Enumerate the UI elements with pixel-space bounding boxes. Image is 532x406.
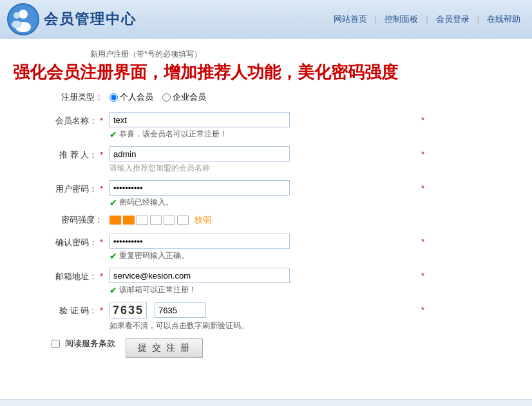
nav-links: 网站首页 | 控制面板 | 会员登录 | 在线帮助 (328, 11, 526, 28)
email-hint: ✔ 该邮箱可以正常注册！ (109, 284, 419, 295)
captcha-row: 验 证 码： 7635 如果看不清，可以点击数字刷新验证码。 * (52, 302, 519, 331)
username-hint: ✔ 恭喜，该会员名可以正常注册！ (109, 129, 419, 140)
referrer-row: 推 荐 人： 请输入推荐您加盟的会员名称 * (52, 146, 519, 174)
nav-help[interactable]: 在线帮助 (482, 11, 526, 28)
username-check-icon: ✔ (109, 129, 117, 140)
email-field: ✔ 该邮箱可以正常注册！ (109, 268, 419, 295)
radio-personal-input[interactable] (109, 93, 118, 102)
footer: Powered By KesionCMS V5.5 www.kesion.com… (0, 399, 532, 406)
referrer-field: 请输入推荐您加盟的会员名称 (109, 146, 419, 174)
referrer-star: * (421, 146, 424, 159)
agreement-label: 阅读服务条款 (65, 338, 115, 349)
logo-title: 会员管理中心 (44, 10, 137, 29)
username-input[interactable] (109, 112, 290, 127)
referrer-label: 推 荐 人： (52, 146, 103, 161)
logo-area: 会员管理中心 (0, 3, 137, 36)
captcha-label: 验 证 码： (52, 302, 103, 317)
strength-bar-2 (123, 216, 135, 225)
password-input[interactable] (109, 180, 290, 196)
reg-type-options: 个人会员 企业会员 (109, 91, 206, 103)
confirm-password-check-icon: ✔ (109, 251, 117, 261)
nav-home[interactable]: 网站首页 (328, 11, 372, 28)
confirm-password-field: ✔ 重复密码输入正确。 (109, 234, 419, 261)
username-star: * (421, 112, 424, 125)
username-field: ✔ 恭喜，该会员名可以正常注册！ (109, 112, 419, 140)
strength-bar-4 (150, 216, 162, 225)
email-check-icon: ✔ (109, 285, 117, 295)
password-star: * (421, 180, 424, 193)
confirm-password-input[interactable] (109, 234, 290, 249)
captcha-field: 7635 如果看不清，可以点击数字刷新验证码。 (109, 302, 419, 331)
strength-bars: 较弱 (109, 214, 211, 226)
captcha-image[interactable]: 7635 (109, 302, 147, 318)
confirm-password-hint: ✔ 重复密码输入正确。 (109, 250, 419, 261)
svg-point-3 (14, 12, 20, 19)
password-check-icon: ✔ (109, 198, 117, 208)
main-content: 新用户注册（带*号的必项填写） 强化会员注册界面，增加推荐人功能，美化密码强度 … (0, 39, 532, 399)
nav-panel[interactable]: 控制面板 (379, 11, 423, 28)
submit-button[interactable]: 提 交 注 册 (126, 338, 203, 358)
referrer-input[interactable] (109, 146, 290, 161)
page-subtitle: 新用户注册（带*号的必项填写） (90, 49, 519, 60)
nav-login[interactable]: 会员登录 (431, 11, 475, 28)
captcha-star: * (421, 302, 424, 315)
strength-bar-5 (164, 216, 175, 225)
username-row: 会员名称： ✔ 恭喜，该会员名可以正常注册！ * (52, 112, 519, 140)
radio-company[interactable]: 企业会员 (162, 91, 206, 103)
radio-personal[interactable]: 个人会员 (109, 91, 153, 103)
strength-bar-1 (109, 216, 121, 225)
header: 会员管理中心 网站首页 | 控制面板 | 会员登录 | 在线帮助 (0, 0, 532, 39)
username-label: 会员名称： (52, 112, 103, 127)
email-label: 邮箱地址： (52, 268, 103, 282)
password-label: 用户密码： (52, 180, 103, 195)
referrer-placeholder: 请输入推荐您加盟的会员名称 (109, 163, 419, 174)
strength-row: 密码强度： 较弱 (52, 214, 519, 226)
logo-icon (6, 3, 40, 36)
agreement-row: 阅读服务条款 (52, 338, 115, 349)
page-title: 强化会员注册界面，增加推荐人功能，美化密码强度 (13, 61, 519, 84)
email-row: 邮箱地址： ✔ 该邮箱可以正常注册！ * (52, 268, 519, 295)
strength-bar-6 (177, 216, 189, 225)
email-input[interactable] (109, 268, 290, 283)
confirm-password-row: 确认密码： ✔ 重复密码输入正确。 * (52, 234, 519, 261)
captcha-input[interactable] (155, 302, 206, 318)
strength-bar-3 (137, 216, 148, 225)
email-star: * (421, 268, 424, 281)
strength-text: 较弱 (195, 214, 211, 226)
password-row: 用户密码： ✔ 密码已经输入。 * (52, 180, 519, 208)
confirm-password-star: * (421, 234, 424, 246)
radio-company-input[interactable] (162, 93, 171, 102)
reg-type-row: 注册类型： 个人会员 企业会员 (52, 91, 519, 103)
captcha-hint: 如果看不清，可以点击数字刷新验证码。 (109, 320, 419, 331)
confirm-password-label: 确认密码： (52, 234, 103, 248)
reg-type-label: 注册类型： (52, 91, 103, 103)
registration-form: 注册类型： 个人会员 企业会员 会员名称： ✔ 恭喜，该会员名可以正常注册！ (52, 91, 519, 358)
password-field: ✔ 密码已经输入。 (109, 180, 419, 208)
svg-point-4 (12, 21, 22, 28)
strength-label: 密码强度： (52, 214, 103, 226)
agreement-checkbox[interactable] (52, 340, 60, 348)
password-hint: ✔ 密码已经输入。 (109, 197, 419, 208)
svg-point-1 (19, 10, 28, 19)
